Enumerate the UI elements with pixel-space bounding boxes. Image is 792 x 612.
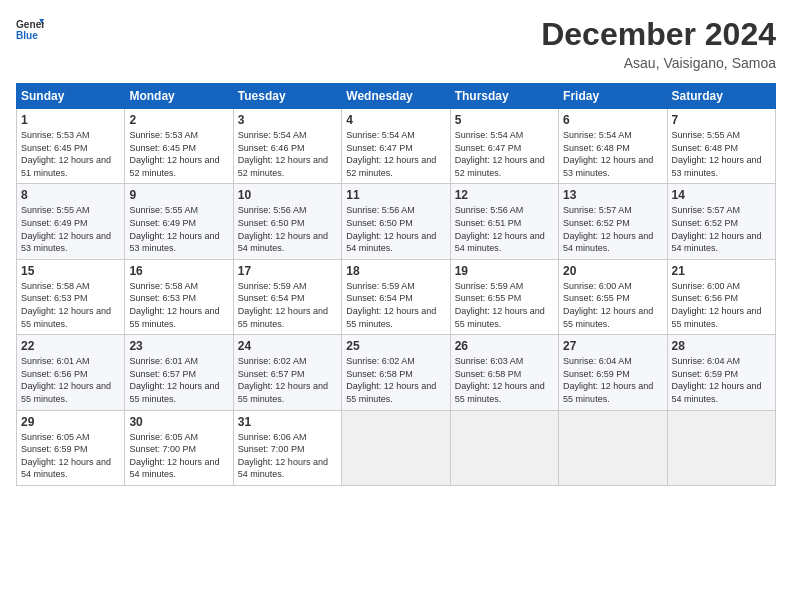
day-number: 4 <box>346 113 445 127</box>
calendar-day-cell: 2 Sunrise: 5:53 AM Sunset: 6:45 PM Dayli… <box>125 109 233 184</box>
calendar-day-cell: 5 Sunrise: 5:54 AM Sunset: 6:47 PM Dayli… <box>450 109 558 184</box>
weekday-header: Thursday <box>450 84 558 109</box>
calendar-header-row: SundayMondayTuesdayWednesdayThursdayFrid… <box>17 84 776 109</box>
calendar-day-cell: 11 Sunrise: 5:56 AM Sunset: 6:50 PM Dayl… <box>342 184 450 259</box>
calendar-day-cell: 21 Sunrise: 6:00 AM Sunset: 6:56 PM Dayl… <box>667 259 775 334</box>
day-number: 3 <box>238 113 337 127</box>
day-number: 7 <box>672 113 771 127</box>
day-info: Sunrise: 6:02 AM Sunset: 6:57 PM Dayligh… <box>238 355 337 405</box>
day-info: Sunrise: 5:54 AM Sunset: 6:48 PM Dayligh… <box>563 129 662 179</box>
day-number: 30 <box>129 415 228 429</box>
title-block: December 2024 Asau, Vaisigano, Samoa <box>541 16 776 71</box>
day-info: Sunrise: 5:55 AM Sunset: 6:48 PM Dayligh… <box>672 129 771 179</box>
calendar-day-cell: 29 Sunrise: 6:05 AM Sunset: 6:59 PM Dayl… <box>17 410 125 485</box>
day-number: 6 <box>563 113 662 127</box>
calendar-day-cell <box>342 410 450 485</box>
svg-text:Blue: Blue <box>16 30 38 41</box>
weekday-header: Saturday <box>667 84 775 109</box>
day-info: Sunrise: 5:56 AM Sunset: 6:50 PM Dayligh… <box>238 204 337 254</box>
calendar-day-cell: 18 Sunrise: 5:59 AM Sunset: 6:54 PM Dayl… <box>342 259 450 334</box>
calendar-day-cell: 28 Sunrise: 6:04 AM Sunset: 6:59 PM Dayl… <box>667 335 775 410</box>
weekday-header: Friday <box>559 84 667 109</box>
calendar-day-cell: 24 Sunrise: 6:02 AM Sunset: 6:57 PM Dayl… <box>233 335 341 410</box>
day-number: 18 <box>346 264 445 278</box>
calendar-day-cell <box>450 410 558 485</box>
calendar-day-cell: 9 Sunrise: 5:55 AM Sunset: 6:49 PM Dayli… <box>125 184 233 259</box>
day-info: Sunrise: 6:06 AM Sunset: 7:00 PM Dayligh… <box>238 431 337 481</box>
calendar-day-cell: 31 Sunrise: 6:06 AM Sunset: 7:00 PM Dayl… <box>233 410 341 485</box>
calendar-week-row: 29 Sunrise: 6:05 AM Sunset: 6:59 PM Dayl… <box>17 410 776 485</box>
weekday-header: Sunday <box>17 84 125 109</box>
day-number: 20 <box>563 264 662 278</box>
day-info: Sunrise: 6:01 AM Sunset: 6:57 PM Dayligh… <box>129 355 228 405</box>
day-number: 15 <box>21 264 120 278</box>
calendar-day-cell: 3 Sunrise: 5:54 AM Sunset: 6:46 PM Dayli… <box>233 109 341 184</box>
calendar-day-cell <box>559 410 667 485</box>
calendar-day-cell: 1 Sunrise: 5:53 AM Sunset: 6:45 PM Dayli… <box>17 109 125 184</box>
day-info: Sunrise: 6:00 AM Sunset: 6:55 PM Dayligh… <box>563 280 662 330</box>
day-number: 10 <box>238 188 337 202</box>
day-info: Sunrise: 5:58 AM Sunset: 6:53 PM Dayligh… <box>129 280 228 330</box>
calendar-day-cell: 17 Sunrise: 5:59 AM Sunset: 6:54 PM Dayl… <box>233 259 341 334</box>
calendar-day-cell: 19 Sunrise: 5:59 AM Sunset: 6:55 PM Dayl… <box>450 259 558 334</box>
day-info: Sunrise: 5:55 AM Sunset: 6:49 PM Dayligh… <box>21 204 120 254</box>
logo-icon: General Blue <box>16 16 44 44</box>
day-number: 11 <box>346 188 445 202</box>
day-info: Sunrise: 6:01 AM Sunset: 6:56 PM Dayligh… <box>21 355 120 405</box>
day-number: 19 <box>455 264 554 278</box>
calendar-week-row: 22 Sunrise: 6:01 AM Sunset: 6:56 PM Dayl… <box>17 335 776 410</box>
day-info: Sunrise: 5:55 AM Sunset: 6:49 PM Dayligh… <box>129 204 228 254</box>
calendar-day-cell: 4 Sunrise: 5:54 AM Sunset: 6:47 PM Dayli… <box>342 109 450 184</box>
day-number: 23 <box>129 339 228 353</box>
day-info: Sunrise: 6:02 AM Sunset: 6:58 PM Dayligh… <box>346 355 445 405</box>
calendar-day-cell: 20 Sunrise: 6:00 AM Sunset: 6:55 PM Dayl… <box>559 259 667 334</box>
day-number: 13 <box>563 188 662 202</box>
day-info: Sunrise: 5:57 AM Sunset: 6:52 PM Dayligh… <box>563 204 662 254</box>
weekday-header: Monday <box>125 84 233 109</box>
day-info: Sunrise: 5:53 AM Sunset: 6:45 PM Dayligh… <box>129 129 228 179</box>
day-info: Sunrise: 5:53 AM Sunset: 6:45 PM Dayligh… <box>21 129 120 179</box>
day-number: 24 <box>238 339 337 353</box>
day-info: Sunrise: 5:56 AM Sunset: 6:51 PM Dayligh… <box>455 204 554 254</box>
weekday-header: Tuesday <box>233 84 341 109</box>
day-number: 8 <box>21 188 120 202</box>
calendar-day-cell: 10 Sunrise: 5:56 AM Sunset: 6:50 PM Dayl… <box>233 184 341 259</box>
day-info: Sunrise: 5:58 AM Sunset: 6:53 PM Dayligh… <box>21 280 120 330</box>
day-number: 29 <box>21 415 120 429</box>
day-number: 1 <box>21 113 120 127</box>
day-info: Sunrise: 5:59 AM Sunset: 6:54 PM Dayligh… <box>238 280 337 330</box>
day-info: Sunrise: 5:59 AM Sunset: 6:55 PM Dayligh… <box>455 280 554 330</box>
day-number: 14 <box>672 188 771 202</box>
day-number: 16 <box>129 264 228 278</box>
day-info: Sunrise: 6:04 AM Sunset: 6:59 PM Dayligh… <box>563 355 662 405</box>
page-header: General Blue December 2024 Asau, Vaisiga… <box>16 16 776 71</box>
calendar-table: SundayMondayTuesdayWednesdayThursdayFrid… <box>16 83 776 486</box>
day-number: 21 <box>672 264 771 278</box>
calendar-day-cell: 26 Sunrise: 6:03 AM Sunset: 6:58 PM Dayl… <box>450 335 558 410</box>
day-info: Sunrise: 6:00 AM Sunset: 6:56 PM Dayligh… <box>672 280 771 330</box>
calendar-day-cell: 13 Sunrise: 5:57 AM Sunset: 6:52 PM Dayl… <box>559 184 667 259</box>
location-title: Asau, Vaisigano, Samoa <box>541 55 776 71</box>
calendar-day-cell <box>667 410 775 485</box>
calendar-week-row: 15 Sunrise: 5:58 AM Sunset: 6:53 PM Dayl… <box>17 259 776 334</box>
month-title: December 2024 <box>541 16 776 53</box>
calendar-week-row: 1 Sunrise: 5:53 AM Sunset: 6:45 PM Dayli… <box>17 109 776 184</box>
calendar-day-cell: 6 Sunrise: 5:54 AM Sunset: 6:48 PM Dayli… <box>559 109 667 184</box>
calendar-day-cell: 8 Sunrise: 5:55 AM Sunset: 6:49 PM Dayli… <box>17 184 125 259</box>
day-info: Sunrise: 5:54 AM Sunset: 6:47 PM Dayligh… <box>455 129 554 179</box>
day-number: 9 <box>129 188 228 202</box>
day-number: 28 <box>672 339 771 353</box>
weekday-header: Wednesday <box>342 84 450 109</box>
day-info: Sunrise: 5:56 AM Sunset: 6:50 PM Dayligh… <box>346 204 445 254</box>
day-info: Sunrise: 5:54 AM Sunset: 6:46 PM Dayligh… <box>238 129 337 179</box>
day-number: 22 <box>21 339 120 353</box>
calendar-day-cell: 12 Sunrise: 5:56 AM Sunset: 6:51 PM Dayl… <box>450 184 558 259</box>
day-number: 25 <box>346 339 445 353</box>
day-number: 31 <box>238 415 337 429</box>
day-number: 26 <box>455 339 554 353</box>
logo: General Blue <box>16 16 44 44</box>
day-info: Sunrise: 6:04 AM Sunset: 6:59 PM Dayligh… <box>672 355 771 405</box>
day-number: 2 <box>129 113 228 127</box>
calendar-day-cell: 14 Sunrise: 5:57 AM Sunset: 6:52 PM Dayl… <box>667 184 775 259</box>
calendar-day-cell: 25 Sunrise: 6:02 AM Sunset: 6:58 PM Dayl… <box>342 335 450 410</box>
